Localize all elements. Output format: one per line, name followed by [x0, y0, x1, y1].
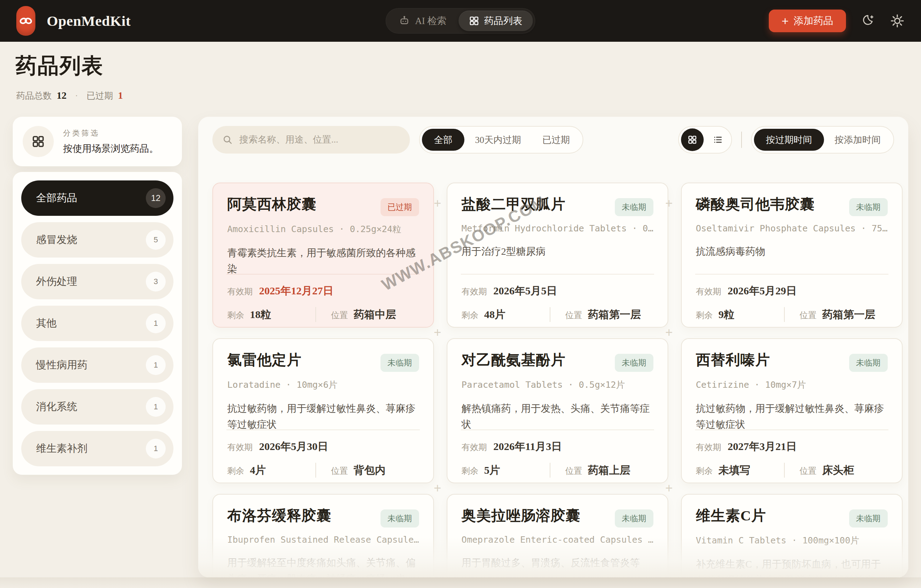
- location-label: 位置: [331, 310, 348, 321]
- location-label: 位置: [800, 465, 817, 477]
- status-badge: 未临期: [849, 354, 888, 372]
- category-count-badge: 5: [146, 230, 166, 250]
- plus-icon: +: [781, 15, 789, 27]
- search-box[interactable]: [212, 126, 410, 154]
- medicine-card[interactable]: 西替利嗪片 未临期 Cetirizine · 10mg×7片 抗过敏药物，用于缓…: [681, 338, 903, 483]
- category-count-badge: 12: [146, 188, 166, 208]
- medicine-description: 补充维生素C，用于预防坏血病，也可用于各种急慢性传染疾病及紫癜等的辅助治疗: [696, 556, 888, 577]
- location-label: 位置: [800, 310, 817, 321]
- card-header: 西替利嗪片 未临期: [696, 352, 888, 372]
- filter-intro-text: 分类筛选 按使用场景浏览药品。: [63, 128, 159, 155]
- medicine-card[interactable]: 奥美拉唑肠溶胶囊 未临期 Omeprazole Enteric-coated C…: [447, 494, 668, 577]
- remaining-value: 48片: [484, 307, 506, 322]
- filter-expiring-30d[interactable]: 30天内过期: [464, 129, 532, 151]
- card-footer: 剩余 5片 位置 药箱上层: [462, 463, 653, 478]
- expiry-value: 2026年5月30日: [259, 439, 328, 454]
- medicine-card[interactable]: 维生素C片 未临期 Vitamin C Tablets · 100mg×100片…: [681, 494, 903, 577]
- tab-ai-search[interactable]: AI 检索: [388, 11, 457, 31]
- app-logo[interactable]: [16, 6, 36, 36]
- filter-expired[interactable]: 已过期: [532, 129, 581, 151]
- medicine-card[interactable]: 阿莫西林胶囊 已过期 Amoxicillin Capsules · 0.25g×…: [212, 183, 434, 328]
- sidebar-category-item[interactable]: 维生素补剂 1: [21, 431, 173, 466]
- medicine-card[interactable]: 对乙酰氨基酚片 未临期 Paracetamol Tablets · 0.5g×1…: [447, 338, 668, 483]
- expiry-row: 有效期 2025年12月27日: [227, 284, 334, 298]
- sidebar-category-item[interactable]: 其他 1: [21, 306, 173, 341]
- expiry-value: 2026年5月5日: [493, 284, 557, 298]
- medicine-spec: Loratadine · 10mg×6片: [227, 379, 419, 391]
- location-value: 背包内: [354, 463, 386, 478]
- card-header: 磷酸奥司他韦胶囊 未临期: [696, 196, 888, 216]
- pills-infinity-icon: [19, 15, 33, 26]
- filter-kicker: 分类筛选: [63, 128, 159, 138]
- grid-view-button[interactable]: [681, 128, 704, 151]
- expiry-value: 2026年11月3日: [493, 439, 562, 454]
- card-header: 奥美拉唑肠溶胶囊 未临期: [462, 507, 653, 528]
- status-badge: 未临期: [615, 198, 653, 216]
- medicine-name: 盐酸二甲双胍片: [462, 196, 566, 213]
- sidebar-category-item[interactable]: 全部药品 12: [21, 180, 173, 216]
- filter-all[interactable]: 全部: [422, 129, 464, 151]
- expiry-label: 有效期: [227, 286, 253, 297]
- sidebar-category-item[interactable]: 慢性病用药 1: [21, 348, 173, 383]
- category-label: 外伤处理: [36, 275, 77, 289]
- expiry-value: 2027年3月21日: [728, 439, 797, 454]
- remaining-value: 未填写: [719, 463, 750, 478]
- search-input[interactable]: [239, 135, 400, 145]
- remaining-cell: 剩余 未填写: [696, 463, 784, 478]
- remaining-cell: 剩余 4片: [227, 463, 316, 478]
- app-header: OpenMedKit AI 检索 药品列表: [0, 0, 921, 42]
- expiry-label: 有效期: [462, 442, 487, 453]
- medicine-spec: Vitamin C Tablets · 100mg×100片: [696, 534, 888, 546]
- medicine-name: 氯雷他定片: [227, 352, 301, 368]
- medicine-spec: Cetirizine · 10mg×7片: [696, 379, 888, 391]
- sort-by-added[interactable]: 按添加时间: [824, 129, 891, 151]
- view-toggle: [678, 126, 732, 154]
- medicine-description: 用于缓解轻至中度疼痛如头痛、关节痛、偏头痛、牙痛、肌肉痛、神经痛、痛经，也用于…: [227, 555, 419, 577]
- status-badge: 未临期: [615, 510, 653, 528]
- expired-label: 已过期: [86, 90, 113, 102]
- sort-segment: 按过期时间 按添加时间: [751, 126, 894, 154]
- card-header: 维生素C片 未临期: [696, 507, 888, 528]
- expiry-value: 2026年5月29日: [728, 284, 797, 298]
- medicine-card[interactable]: 磷酸奥司他韦胶囊 未临期 Oseltamivir Phosphate Capsu…: [681, 183, 903, 328]
- tab-medicine-list[interactable]: 药品列表: [459, 11, 533, 31]
- medicine-spec: Paracetamol Tablets · 0.5g×12片: [462, 379, 653, 391]
- expiry-row: 有效期 2026年5月30日: [227, 439, 328, 454]
- expiry-label: 有效期: [462, 286, 487, 297]
- sidebar-category-item[interactable]: 感冒发烧 5: [21, 222, 173, 258]
- page-title: 药品列表: [16, 52, 103, 80]
- medicine-card[interactable]: 布洛芬缓释胶囊 未临期 Ibuprofen Sustained Release …: [212, 494, 434, 577]
- expiry-row: 有效期 2026年11月3日: [462, 439, 562, 454]
- card-header: 氯雷他定片 未临期: [227, 352, 419, 372]
- card-footer: 剩余 未填写 位置 床头柜: [696, 463, 888, 478]
- medicine-card[interactable]: 氯雷他定片 未临期 Loratadine · 10mg×6片 抗过敏药物，用于缓…: [212, 338, 434, 483]
- list-view-icon: [713, 135, 723, 145]
- medicine-spec: Metformin Hydrochloride Tablets · 0…: [462, 223, 653, 234]
- card-footer: 剩余 9粒 位置 药箱第一层: [696, 307, 888, 322]
- remaining-value: 5片: [484, 463, 500, 478]
- card-divider: [461, 429, 654, 430]
- sidebar-category-item[interactable]: 外伤处理 3: [21, 264, 173, 299]
- theme-toggle-button[interactable]: [861, 14, 875, 28]
- category-count-badge: 3: [146, 272, 166, 292]
- remaining-label: 剩余: [696, 310, 713, 321]
- page-stats: 药品总数 12 · 已过期 1: [16, 90, 123, 102]
- medicine-description: 解热镇痛药，用于发热、头痛、关节痛等症状: [462, 401, 653, 433]
- sidebar-category-item[interactable]: 消化系统 1: [21, 389, 173, 424]
- grid-icon: [469, 16, 479, 26]
- category-label: 慢性病用药: [36, 358, 88, 372]
- status-badge: 未临期: [381, 354, 419, 372]
- status-badge: 已过期: [381, 198, 419, 216]
- remaining-label: 剩余: [696, 465, 713, 477]
- status-badge: 未临期: [849, 510, 888, 528]
- category-list: 全部药品 12 感冒发烧 5 外伤处理 3 其他 1 慢性病用药 1 消化系统 …: [13, 172, 182, 475]
- medicine-card[interactable]: 盐酸二甲双胍片 未临期 Metformin Hydrochloride Tabl…: [447, 183, 668, 328]
- list-view-button[interactable]: [706, 128, 729, 151]
- card-header: 布洛芬缓释胶囊 未临期: [227, 507, 419, 528]
- expiry-row: 有效期 2026年5月29日: [696, 284, 797, 298]
- add-medicine-button[interactable]: + 添加药品: [769, 10, 846, 32]
- toolbar: 全部 30天内过期 已过期: [212, 126, 894, 154]
- sort-by-expiry[interactable]: 按过期时间: [754, 129, 824, 151]
- medicine-spec: Amoxicillin Capsules · 0.25g×24粒: [227, 223, 419, 235]
- settings-button[interactable]: [890, 13, 905, 28]
